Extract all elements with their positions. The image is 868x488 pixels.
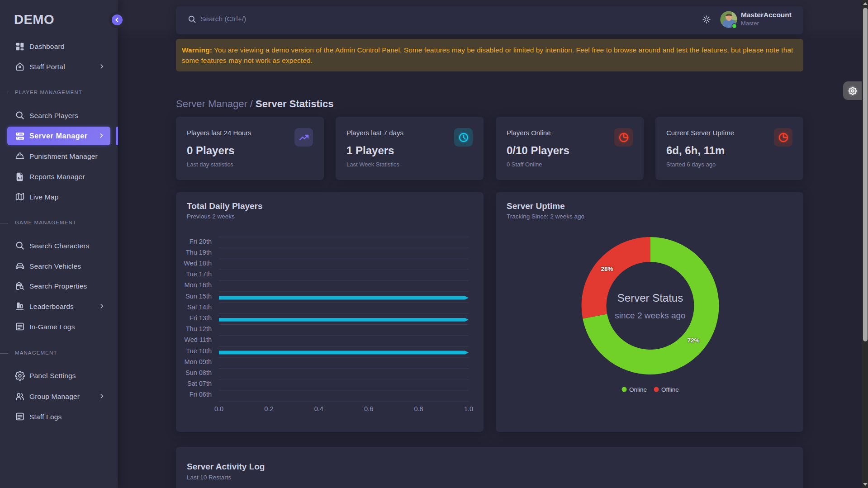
svg-text:Fri 06th: Fri 06th — [190, 391, 212, 398]
svg-text:Thu 12th: Thu 12th — [186, 325, 212, 332]
svg-text:Mon 09th: Mon 09th — [185, 358, 212, 365]
svg-text:0.4: 0.4 — [314, 405, 323, 412]
svg-text:Online: Online — [629, 386, 647, 393]
svg-text:0.2: 0.2 — [264, 405, 273, 412]
svg-text:Fri 13th: Fri 13th — [190, 314, 212, 322]
svg-text:Sun 08th: Sun 08th — [185, 369, 212, 376]
svg-text:Offline: Offline — [661, 386, 679, 393]
svg-text:0.0: 0.0 — [214, 405, 223, 412]
svg-text:Sat 14th: Sat 14th — [187, 303, 212, 311]
svg-text:Wed 11th: Wed 11th — [184, 336, 212, 343]
svg-text:0.8: 0.8 — [414, 405, 423, 412]
svg-text:Tue 10th: Tue 10th — [186, 347, 212, 355]
svg-text:Fri 20th: Fri 20th — [190, 238, 212, 245]
svg-text:72%: 72% — [687, 337, 699, 344]
svg-text:0.6: 0.6 — [364, 405, 373, 412]
svg-text:Sun 15th: Sun 15th — [185, 293, 212, 300]
svg-text:since 2 weeks ago: since 2 weeks ago — [615, 311, 685, 320]
svg-text:Thu 19th: Thu 19th — [186, 249, 212, 256]
svg-text:Tue 17th: Tue 17th — [186, 270, 212, 278]
svg-text:Mon 16th: Mon 16th — [185, 281, 212, 289]
svg-text:Server Status: Server Status — [617, 292, 683, 304]
svg-text:28%: 28% — [601, 265, 613, 272]
svg-text:1.0: 1.0 — [464, 405, 473, 412]
svg-text:Wed 18th: Wed 18th — [184, 260, 212, 267]
svg-text:Sat 07th: Sat 07th — [187, 380, 212, 387]
